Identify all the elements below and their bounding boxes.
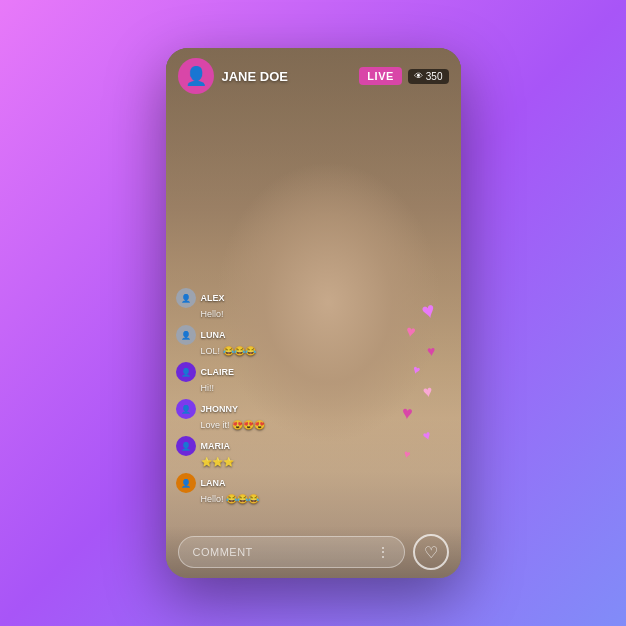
eye-icon: 👁 <box>414 71 423 81</box>
comment-item: 👤MARIA⭐⭐⭐ <box>176 436 333 467</box>
comment-name: CLAIRE <box>201 367 235 377</box>
comment-user-row: 👤JHONNY <box>176 399 333 419</box>
comment-user-row: 👤MARIA <box>176 436 333 456</box>
comment-item: 👤JHONNYLove it! 😍😍😍 <box>176 399 333 430</box>
comment-name: JHONNY <box>201 404 239 414</box>
comments-area: 👤ALEXHello!👤LUNALOL! 😂😂😂👤CLAIREHi!!👤JHON… <box>166 280 343 518</box>
comment-name: LUNA <box>201 330 226 340</box>
comment-user-row: 👤LANA <box>176 473 333 493</box>
comment-item: 👤LANAHello! 😂😂😂 <box>176 473 333 504</box>
comment-item: 👤CLAIREHi!! <box>176 362 333 393</box>
comment-user-row: 👤CLAIRE <box>176 362 333 382</box>
comment-name: ALEX <box>201 293 225 303</box>
comment-item: 👤ALEXHello! <box>176 288 333 319</box>
comment-text: Hi!! <box>176 383 333 393</box>
viewer-count-badge: 👁 350 <box>408 69 449 84</box>
comment-item: 👤LUNALOL! 😂😂😂 <box>176 325 333 356</box>
like-button[interactable]: ♡ <box>413 534 449 570</box>
comment-text: ⭐⭐⭐ <box>176 457 333 467</box>
comment-avatar: 👤 <box>176 288 196 308</box>
comment-name: MARIA <box>201 441 231 451</box>
comment-user-row: 👤LUNA <box>176 325 333 345</box>
comment-avatar: 👤 <box>176 362 196 382</box>
comment-text: Hello! 😂😂😂 <box>176 494 333 504</box>
comment-input-box[interactable]: COMMENT ⋮ <box>178 536 405 568</box>
viewer-number: 350 <box>426 71 443 82</box>
comment-avatar: 👤 <box>176 436 196 456</box>
comment-avatar: 👤 <box>176 325 196 345</box>
comment-text: LOL! 😂😂😂 <box>176 346 333 356</box>
heart-outline-icon: ♡ <box>424 543 438 562</box>
comment-placeholder: COMMENT <box>193 546 253 558</box>
more-options-icon[interactable]: ⋮ <box>376 544 390 560</box>
streamer-name: JANE DOE <box>222 69 360 84</box>
phone-frame: 👤 JANE DOE LIVE 👁 350 👤ALEXHello!👤LUNALO… <box>166 48 461 578</box>
comment-user-row: 👤ALEX <box>176 288 333 308</box>
comment-avatar: 👤 <box>176 399 196 419</box>
comment-avatar: 👤 <box>176 473 196 493</box>
bottom-bar: COMMENT ⋮ ♡ <box>166 526 461 578</box>
stream-header: 👤 JANE DOE LIVE 👁 350 <box>166 48 461 104</box>
streamer-avatar: 👤 <box>178 58 214 94</box>
live-badge: LIVE <box>359 67 401 85</box>
user-icon: 👤 <box>185 67 207 85</box>
comment-name: LANA <box>201 478 226 488</box>
comment-text: Hello! <box>176 309 333 319</box>
comment-text: Love it! 😍😍😍 <box>176 420 333 430</box>
